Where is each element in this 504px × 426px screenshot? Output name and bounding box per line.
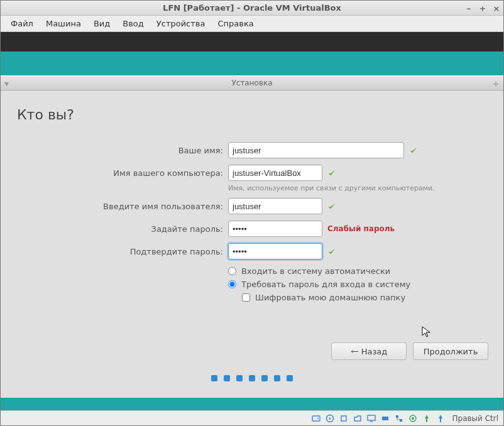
step-dot [261, 375, 268, 381]
recording-icon[interactable] [408, 413, 418, 423]
window-titlebar: LFN [Работает] - Oracle VM VirtualBox – … [1, 1, 503, 16]
optical-icon[interactable] [325, 413, 335, 423]
display-icon[interactable] [366, 413, 376, 423]
name-input[interactable] [228, 142, 404, 158]
audio-status-icon[interactable] [380, 413, 390, 423]
password-strength: Слабый пароль [327, 224, 395, 233]
guest-topbar [1, 33, 503, 52]
password-input[interactable] [228, 221, 322, 237]
guest-desktop-strip [1, 52, 503, 75]
step-dot [274, 375, 280, 381]
username-input[interactable] [228, 198, 322, 214]
installer-page: Кто вы? Ваше имя: Имя вашего компьютера: [1, 90, 503, 398]
minimize-icon[interactable]: – [464, 4, 473, 13]
svg-rect-6 [396, 415, 398, 418]
mouse-integration-icon[interactable] [422, 413, 432, 423]
mouse-cursor-icon [422, 326, 432, 339]
auto-login-radio[interactable] [228, 267, 236, 275]
svg-rect-0 [312, 416, 320, 421]
name-label: Ваше имя: [16, 146, 223, 155]
option-encrypt-home[interactable]: Шифровать мою домашнюю папку [242, 293, 488, 302]
menu-file[interactable]: Файл [4, 17, 40, 30]
password-label: Задайте пароль: [16, 224, 223, 234]
step-dot [287, 375, 293, 381]
confirm-password-input[interactable] [228, 243, 322, 259]
app-window: LFN [Работает] - Oracle VM VirtualBox – … [0, 0, 504, 426]
close-icon[interactable]: × [492, 4, 501, 13]
hostkey-label: Правый Ctrl [452, 414, 498, 423]
user-form: Ваше имя: Имя вашего компьютера: Имя, ис… [16, 141, 488, 302]
check-icon [409, 146, 417, 154]
maximize-icon[interactable]: + [478, 4, 487, 13]
continue-button[interactable]: Продолжить [413, 342, 488, 360]
svg-rect-4 [368, 415, 375, 420]
username-label: Введите имя пользователя: [16, 202, 223, 211]
installer-title: Установка [1, 79, 503, 87]
menubar: Файл Машина Вид Ввод Устройства Справка [1, 16, 503, 32]
usb-icon[interactable] [339, 413, 349, 423]
step-dot [211, 375, 217, 381]
step-dot [236, 375, 243, 381]
hostname-hint: Имя, используемое при связи с другими ко… [228, 184, 488, 192]
menu-devices[interactable]: Устройства [150, 17, 212, 30]
shared-folder-icon[interactable] [353, 413, 363, 423]
menu-machine[interactable]: Машина [40, 17, 87, 30]
installer-titlebar: ▾ Установка + [1, 75, 503, 90]
arrow-left-icon: 🡐 [351, 347, 359, 356]
hostname-label: Имя вашего компьютера: [16, 168, 223, 178]
page-heading: Кто вы? [17, 107, 488, 123]
check-icon [327, 248, 335, 255]
encrypt-home-checkbox[interactable] [242, 293, 250, 302]
menu-input[interactable]: Ввод [116, 17, 150, 30]
svg-rect-5 [382, 417, 388, 420]
hdd-icon[interactable] [311, 413, 321, 423]
check-icon [327, 169, 335, 177]
confirm-label: Подтвердите пароль: [16, 247, 223, 256]
back-button[interactable]: 🡐 Назад [331, 342, 407, 360]
option-auto-login[interactable]: Входить в систему автоматически [228, 266, 488, 276]
progress-dots [1, 375, 503, 381]
vm-screen: ▾ Установка + Кто вы? Ваше имя: Имя ваше… [1, 32, 503, 410]
rollup-icon[interactable]: ▾ [1, 79, 13, 89]
step-dot [224, 375, 230, 381]
guest-desktop-strip-bottom [1, 398, 503, 410]
menu-help[interactable]: Справка [211, 17, 260, 30]
option-require-password[interactable]: Требовать пароль для входа в систему [228, 280, 488, 289]
network-status-icon[interactable] [394, 413, 404, 423]
menu-view[interactable]: Вид [87, 17, 116, 30]
check-icon [327, 202, 335, 210]
hostkey-icon[interactable] [436, 413, 446, 423]
vbox-statusbar: Правый Ctrl [1, 410, 503, 425]
require-password-radio[interactable] [228, 280, 236, 288]
svg-point-1 [317, 418, 319, 419]
expand-icon[interactable]: + [488, 79, 503, 89]
window-title: LFN [Работает] - Oracle VM VirtualBox [163, 3, 341, 13]
step-dot [249, 375, 255, 381]
svg-point-9 [412, 417, 414, 420]
hostname-input[interactable] [228, 165, 322, 181]
svg-point-3 [329, 417, 331, 419]
